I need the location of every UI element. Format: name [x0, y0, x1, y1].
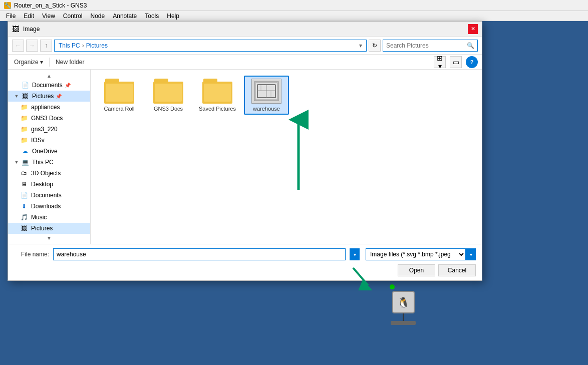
menu-annotate[interactable]: Annotate — [109, 11, 141, 21]
file-item-warehouse[interactable]: warehouse — [244, 76, 289, 115]
menu-tools[interactable]: Tools — [141, 11, 163, 21]
filename-dropdown-arrow[interactable]: ▾ — [350, 248, 360, 260]
sidebar-scroll-up[interactable]: ▲ — [8, 72, 90, 80]
breadcrumb-pictures[interactable]: Pictures — [86, 42, 108, 49]
pictures-icon: 🖼 — [21, 92, 29, 100]
up-button[interactable]: ↑ — [40, 40, 52, 52]
documents-icon: 📄 — [21, 81, 29, 89]
open-button[interactable]: Open — [398, 264, 435, 276]
filter-dropdown[interactable]: Image files (*.svg *.bmp *.jpegAll files… — [366, 248, 466, 260]
menu-node[interactable]: Node — [87, 11, 109, 21]
dialog-addressbar: ← → ↑ This PC › Pictures ▾ ↻ 🔍 — [8, 37, 482, 55]
file-name-camera-roll: Camera Roll — [104, 106, 134, 112]
dialog-title-icon: 🖼 — [12, 25, 20, 33]
desktop-icon: 🖥 — [20, 180, 28, 188]
menu-control[interactable]: Control — [59, 11, 87, 21]
filter-container: Image files (*.svg *.bmp *.jpegAll files… — [366, 248, 476, 260]
gns3docs-icon: 📁 — [20, 114, 28, 122]
sidebar-label-gns3220: gns3_220 — [31, 126, 58, 133]
sidebar-scroll-down[interactable]: ▼ — [8, 234, 90, 242]
dialog-title: Image — [23, 26, 468, 33]
sidebar-label-3dobjects: 3D Objects — [31, 170, 61, 177]
sidebar-item-documents2[interactable]: 📄 Documents — [8, 190, 90, 201]
file-item-saved-pictures[interactable]: Saved Pictures — [195, 76, 240, 115]
menu-view[interactable]: View — [38, 11, 59, 21]
dialog-sidebar: ▲ 📄 Documents 📌 ▼ 🖼 Pictures 📌 📁 appli — [8, 70, 91, 244]
forward-button[interactable]: → — [26, 40, 38, 52]
dialog-overlay: 🖼 Image ✕ ← → ↑ This PC › Pictures ▾ ↻ 🔍 — [0, 21, 588, 365]
filter-dropdown-arrow[interactable]: ▾ — [466, 248, 476, 260]
gns3220-icon: 📁 — [20, 125, 28, 133]
warehouse-preview-svg — [253, 81, 279, 102]
breadcrumb-dropdown-icon[interactable]: ▾ — [359, 42, 362, 49]
filename-label: File name: — [14, 251, 49, 258]
dialog-toolbar: Organize ▾ New folder ⊞ ▾ ▭ ? — [8, 55, 482, 70]
sidebar-item-appliances[interactable]: 📁 appliances — [8, 102, 90, 113]
preview-pane-button[interactable]: ▭ — [450, 56, 462, 68]
pin-icon-documents: 📌 — [65, 83, 71, 88]
search-box: 🔍 — [383, 40, 478, 52]
filename-input[interactable] — [53, 248, 346, 260]
sidebar-item-gns3220[interactable]: 📁 gns3_220 — [8, 124, 90, 135]
sidebar-item-music[interactable]: 🎵 Music — [8, 212, 90, 223]
sidebar-label-documents: Documents — [32, 82, 63, 89]
menu-file[interactable]: File — [2, 11, 20, 21]
file-item-gns3docs[interactable]: GNS3 Docs — [146, 76, 191, 115]
menu-help[interactable]: Help — [163, 11, 183, 21]
filename-row: File name: ▾ Image files (*.svg *.bmp *.… — [14, 248, 476, 260]
search-icon: 🔍 — [467, 42, 474, 49]
sidebar-item-gns3docs[interactable]: 📁 GNS3 Docs — [8, 113, 90, 124]
file-item-camera-roll[interactable]: Camera Roll — [97, 76, 142, 115]
view-options-button[interactable]: ⊞ ▾ — [434, 56, 446, 68]
search-input[interactable] — [386, 42, 467, 49]
sidebar-label-music: Music — [31, 214, 47, 221]
app-menubar: File Edit View Control Node Annotate Too… — [0, 11, 588, 21]
file-dialog: 🖼 Image ✕ ← → ↑ This PC › Pictures ▾ ↻ 🔍 — [8, 21, 482, 281]
new-folder-button[interactable]: New folder — [54, 58, 86, 67]
sidebar-item-pictures2[interactable]: 🖼 Pictures — [8, 223, 90, 234]
help-button[interactable]: ? — [466, 56, 478, 68]
app-titlebar: 🔧 Router_on_a_Stick - GNS3 — [0, 0, 588, 11]
downloads-icon: ⬇ — [20, 202, 28, 210]
breadcrumb: This PC › Pictures ▾ — [54, 40, 367, 52]
warehouse-thumbnail — [251, 79, 281, 104]
toolbar-separator — [49, 58, 50, 67]
action-row: Open Cancel — [14, 264, 476, 276]
dialog-close-button[interactable]: ✕ — [468, 24, 478, 34]
sidebar-item-iosv[interactable]: 📁 IOSv — [8, 135, 90, 146]
thispc-icon: 💻 — [21, 158, 29, 166]
back-button[interactable]: ← — [12, 40, 24, 52]
3dobjects-icon: 🗂 — [20, 169, 28, 177]
folder-icon-saved-pictures — [202, 79, 232, 104]
sidebar-label-pictures: Pictures — [32, 93, 54, 100]
sidebar-label-gns3docs: GNS3 Docs — [31, 115, 63, 122]
documents2-icon: 📄 — [20, 191, 28, 199]
onedrive-icon: ☁ — [21, 147, 29, 155]
menu-edit[interactable]: Edit — [20, 11, 38, 21]
dialog-files-area: Camera Roll GNS3 Docs — [91, 70, 482, 244]
folder-icon-gns3docs — [153, 79, 183, 104]
music-icon: 🎵 — [20, 213, 28, 221]
organize-button[interactable]: Organize ▾ — [12, 58, 45, 67]
sidebar-label-desktop: Desktop — [31, 181, 53, 188]
cancel-button[interactable]: Cancel — [438, 264, 476, 276]
sidebar-label-documents2: Documents — [31, 192, 62, 199]
sidebar-item-documents[interactable]: 📄 Documents 📌 — [8, 80, 90, 91]
breadcrumb-thispc[interactable]: This PC — [59, 42, 80, 49]
sidebar-label-iosv: IOSv — [31, 137, 45, 144]
dialog-titlebar: 🖼 Image ✕ — [8, 22, 482, 37]
sidebar-item-downloads[interactable]: ⬇ Downloads — [8, 201, 90, 212]
expand-icon4: ▼ — [14, 160, 19, 165]
sidebar-item-desktop[interactable]: 🖥 Desktop — [8, 179, 90, 190]
sidebar-label-thispc: This PC — [32, 159, 54, 166]
appliances-icon: 📁 — [20, 103, 28, 111]
expand-icon3 — [14, 149, 19, 154]
sidebar-label-onedrive: OneDrive — [32, 148, 58, 155]
sidebar-label-pictures2: Pictures — [31, 225, 53, 232]
sidebar-item-pictures[interactable]: ▼ 🖼 Pictures 📌 — [8, 91, 90, 102]
sidebar-item-onedrive[interactable]: ☁ OneDrive — [8, 146, 90, 157]
sidebar-item-thispc[interactable]: ▼ 💻 This PC — [8, 157, 90, 168]
sidebar-item-3dobjects[interactable]: 🗂 3D Objects — [8, 168, 90, 179]
file-name-saved-pictures: Saved Pictures — [199, 106, 236, 112]
refresh-button[interactable]: ↻ — [369, 40, 381, 52]
